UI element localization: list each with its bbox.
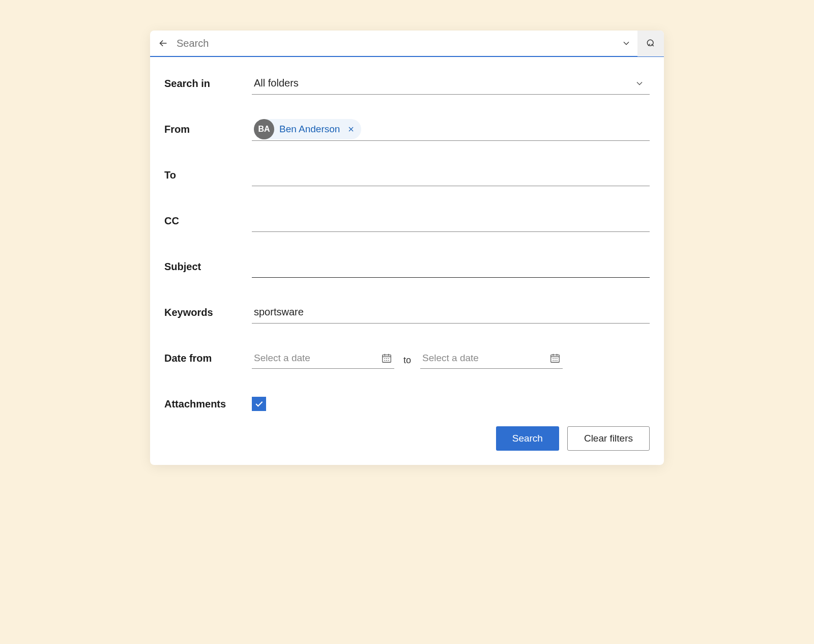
subject-field[interactable] (252, 255, 650, 278)
search-in-select[interactable]: All folders (252, 72, 650, 95)
to-input[interactable] (254, 169, 648, 181)
search-input[interactable] (177, 38, 615, 49)
date-from-field[interactable] (252, 347, 394, 369)
calendar-icon[interactable] (381, 353, 392, 364)
back-button[interactable] (150, 38, 177, 49)
label-to: To (164, 169, 252, 181)
keywords-field[interactable] (252, 301, 650, 324)
close-icon (347, 125, 355, 133)
cc-input[interactable] (254, 215, 648, 226)
chevron-down-icon (634, 78, 648, 89)
collapse-filters-button[interactable] (615, 38, 637, 48)
search-icon (646, 38, 656, 48)
check-icon (254, 399, 264, 409)
advanced-search-panel: Search in All folders From BA Ben Anders… (150, 31, 664, 465)
calendar-icon[interactable] (549, 353, 561, 364)
search-button[interactable] (637, 31, 664, 56)
label-cc: CC (164, 215, 252, 227)
chip-name: Ben Anderson (279, 124, 340, 135)
row-attachments: Attachments (164, 388, 650, 420)
row-to: To (164, 159, 650, 191)
search-submit-button[interactable]: Search (496, 426, 559, 451)
remove-chip-button[interactable] (347, 125, 355, 133)
label-attachments: Attachments (164, 398, 252, 410)
row-search-in: Search in All folders (164, 67, 650, 100)
avatar: BA (254, 119, 274, 139)
button-row: Search Clear filters (164, 426, 650, 451)
to-field[interactable] (252, 164, 650, 186)
label-from: From (164, 124, 252, 135)
keywords-input[interactable] (254, 306, 648, 318)
label-subject: Subject (164, 261, 252, 273)
label-keywords: Keywords (164, 307, 252, 318)
attachments-checkbox[interactable] (252, 397, 266, 411)
from-person-chip[interactable]: BA Ben Anderson (254, 119, 361, 139)
arrow-left-icon (158, 38, 169, 49)
chevron-down-icon (621, 38, 631, 48)
subject-input[interactable] (254, 260, 648, 272)
label-date-from: Date from (164, 353, 252, 364)
row-from: From BA Ben Anderson (164, 113, 650, 145)
cc-field[interactable] (252, 210, 650, 232)
from-field[interactable]: BA Ben Anderson (252, 118, 650, 141)
label-search-in: Search in (164, 78, 252, 90)
row-cc: CC (164, 204, 650, 237)
date-to-separator: to (403, 355, 411, 369)
date-to-field[interactable] (420, 347, 563, 369)
row-date: Date from to (164, 342, 650, 374)
search-filters-form: Search in All folders From BA Ben Anders… (150, 57, 664, 465)
row-subject: Subject (164, 250, 650, 283)
date-to-input[interactable] (422, 353, 549, 364)
search-bar (150, 31, 664, 57)
clear-filters-button[interactable]: Clear filters (567, 426, 650, 451)
row-keywords: Keywords (164, 296, 650, 329)
search-in-value: All folders (254, 77, 634, 89)
date-from-input[interactable] (254, 353, 381, 364)
